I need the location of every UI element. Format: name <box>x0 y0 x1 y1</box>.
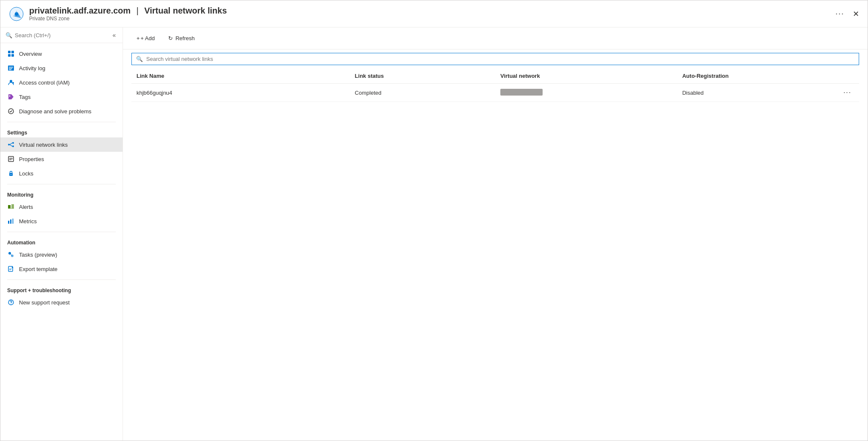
refresh-icon: ↻ <box>168 35 173 41</box>
cell-link-name: khjb66guqjnu4 <box>131 84 350 102</box>
sidebar-item-support[interactable]: New support request <box>0 295 123 310</box>
sidebar-item-iam[interactable]: Access control (IAM) <box>0 75 123 90</box>
diagnose-icon <box>7 107 15 115</box>
cell-actions: ··· <box>823 84 859 102</box>
sidebar-search-input[interactable] <box>15 32 108 38</box>
export-icon <box>7 265 15 273</box>
collapse-icon[interactable]: « <box>111 31 117 39</box>
svg-point-25 <box>11 174 11 175</box>
monitoring-divider <box>7 184 116 188</box>
sidebar-item-activity-log[interactable]: Activity log <box>0 61 123 75</box>
col-header-link-name[interactable]: Link Name <box>131 68 350 84</box>
page-title: Virtual network links <box>145 6 227 15</box>
sidebar-item-iam-label: Access control (IAM) <box>19 79 70 86</box>
row-more-button[interactable]: ··· <box>841 88 854 97</box>
header-subtitle: Private DNS zone <box>29 16 835 22</box>
svg-rect-9 <box>9 69 11 70</box>
main-content: + + Add ↻ Refresh 🔍 <box>123 27 868 441</box>
col-header-virtual-network[interactable]: Virtual network <box>495 68 677 84</box>
svg-line-18 <box>10 143 12 145</box>
tags-icon <box>7 93 15 101</box>
resource-name: privatelink.adf.azure.com <box>29 6 131 15</box>
search-bar-icon: 🔍 <box>136 56 143 62</box>
header-separator: | <box>136 6 139 15</box>
sidebar-item-overview[interactable]: Overview <box>0 47 123 61</box>
search-bar-container: 🔍 <box>123 49 868 68</box>
sidebar-item-locks-label: Locks <box>19 170 33 177</box>
locks-icon <box>7 170 15 177</box>
sidebar-item-tags-label: Tags <box>19 94 30 100</box>
svg-point-15 <box>8 144 10 145</box>
svg-point-11 <box>12 82 14 84</box>
svg-line-19 <box>10 145 12 146</box>
table-container: Link Name Link status Virtual network Au… <box>123 68 868 441</box>
app-header: privatelink.adf.azure.com | Virtual netw… <box>0 0 868 27</box>
header-more-icon[interactable]: ··· <box>835 9 844 18</box>
col-header-actions <box>823 68 859 84</box>
sidebar-item-tags[interactable]: Tags <box>0 90 123 104</box>
sidebar-item-export-label: Export template <box>19 266 57 272</box>
svg-rect-29 <box>8 221 9 224</box>
settings-section-label: Settings <box>0 127 123 137</box>
svg-rect-4 <box>8 54 11 57</box>
vnet-links-table: Link Name Link status Virtual network Au… <box>131 68 859 102</box>
iam-icon <box>7 79 15 86</box>
sidebar-item-export[interactable]: Export template <box>0 262 123 276</box>
sidebar-item-properties[interactable]: Properties <box>0 152 123 166</box>
overview-icon <box>7 50 15 58</box>
search-bar: 🔍 <box>131 53 859 65</box>
svg-point-1 <box>15 12 18 16</box>
sidebar-item-diagnose[interactable]: Diagnose and solve problems <box>0 104 123 118</box>
close-button[interactable]: ✕ <box>853 9 859 19</box>
svg-rect-28 <box>8 208 14 209</box>
svg-point-39 <box>11 304 11 304</box>
support-icon <box>7 299 15 306</box>
svg-rect-5 <box>11 54 14 57</box>
sidebar-item-vnet-links[interactable]: Virtual network links <box>0 137 123 152</box>
cell-virtual-network <box>495 84 677 102</box>
sidebar-item-alerts[interactable]: Alerts <box>0 200 123 214</box>
sidebar-item-diagnose-label: Diagnose and solve problems <box>19 108 91 115</box>
sidebar-item-vnet-links-label: Virtual network links <box>19 142 68 148</box>
automation-section-label: Automation <box>0 237 123 247</box>
cell-link-status: Completed <box>350 84 495 102</box>
sidebar-item-overview-label: Overview <box>19 51 42 57</box>
support-divider <box>7 279 116 283</box>
svg-rect-27 <box>11 204 14 208</box>
vnet-search-input[interactable] <box>146 56 854 62</box>
svg-rect-7 <box>9 67 13 68</box>
sidebar-item-tasks[interactable]: Tasks (preview) <box>0 247 123 262</box>
svg-marker-12 <box>8 94 14 99</box>
svg-rect-31 <box>12 219 14 224</box>
refresh-button[interactable]: ↻ Refresh <box>163 33 200 44</box>
sidebar: 🔍 « Overview <box>0 27 123 441</box>
add-label: + Add <box>141 35 155 41</box>
add-button[interactable]: + + Add <box>131 33 160 44</box>
activity-log-icon <box>7 64 15 72</box>
sidebar-item-locks[interactable]: Locks <box>0 166 123 181</box>
table-row: khjb66guqjnu4 Completed Disabled ··· <box>131 84 859 102</box>
metrics-icon <box>7 217 15 225</box>
sidebar-item-support-label: New support request <box>19 299 70 306</box>
table-header-row: Link Name Link status Virtual network Au… <box>131 68 859 84</box>
col-header-auto-registration[interactable]: Auto-Registration <box>677 68 822 84</box>
sidebar-item-alerts-label: Alerts <box>19 204 33 210</box>
refresh-label: Refresh <box>175 35 195 41</box>
properties-icon <box>7 155 15 163</box>
col-header-link-status[interactable]: Link status <box>350 68 495 84</box>
svg-point-10 <box>10 80 12 82</box>
svg-rect-30 <box>10 219 11 224</box>
sidebar-item-tasks-label: Tasks (preview) <box>19 252 57 258</box>
svg-point-17 <box>12 145 14 147</box>
sidebar-item-metrics[interactable]: Metrics <box>0 214 123 228</box>
svg-rect-8 <box>9 68 12 69</box>
vnet-links-icon <box>7 141 15 148</box>
tasks-icon <box>7 251 15 258</box>
sidebar-nav: Overview Activity log <box>0 43 123 313</box>
svg-line-34 <box>10 253 12 256</box>
azure-logo <box>9 6 24 22</box>
sidebar-item-metrics-label: Metrics <box>19 218 37 225</box>
sidebar-item-activity-label: Activity log <box>19 65 45 71</box>
settings-divider <box>7 122 116 126</box>
monitoring-section-label: Monitoring <box>0 189 123 200</box>
